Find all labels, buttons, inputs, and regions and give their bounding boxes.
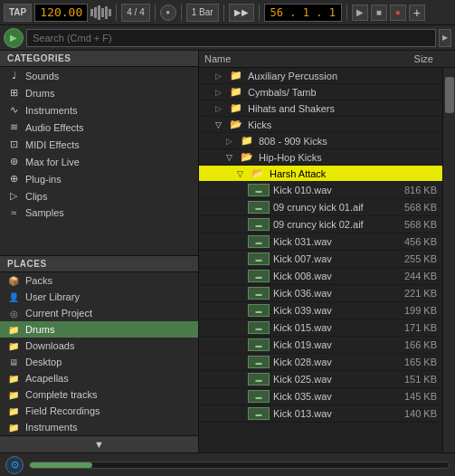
instruments-folder-icon: 📁: [7, 423, 20, 433]
file-kick-007[interactable]: ▬ Kick 007.wav 255 KB: [199, 251, 442, 268]
category-clips[interactable]: ▷ Clips: [0, 187, 198, 205]
place-downloads[interactable]: 📁 Downloads: [0, 338, 198, 354]
file-list-scrollbar[interactable]: [442, 68, 455, 452]
file-kick-007-size: 255 KB: [387, 253, 437, 264]
waveform-kick-008: ▬: [248, 270, 270, 282]
loop-length-button[interactable]: 1 Bar: [186, 4, 219, 22]
main-content: CATEGORIES ♩ Sounds ⊞ Drums ∿ Instrument…: [0, 51, 455, 452]
category-instruments[interactable]: ∿ Instruments: [0, 101, 198, 119]
file-kick-028[interactable]: ▬ Kick 028.wav 165 KB: [199, 354, 442, 371]
file-kick-039[interactable]: ▬ Kick 039.wav 199 KB: [199, 302, 442, 319]
file-kick-035[interactable]: ▬ Kick 035.wav 145 KB: [199, 388, 442, 405]
acapellas-icon: 📁: [7, 374, 20, 384]
category-midi-effects[interactable]: ⊡ MIDI Effects: [0, 136, 198, 153]
meter-bars: [90, 5, 111, 20]
categories-header: CATEGORIES: [0, 51, 198, 67]
browse-scroll-right[interactable]: ▶: [439, 29, 451, 47]
folder-hiphop-kicks[interactable]: ▽ 📂 Hip-Hop Kicks: [199, 149, 442, 166]
meter-bar-2: [94, 7, 97, 18]
places-section: PLACES 📦 Packs 👤 User Library ◎ Current …: [0, 255, 198, 452]
folder-harsh-attack[interactable]: ▽ 📂 Harsh Attack: [199, 166, 442, 182]
category-sounds[interactable]: ♩ Sounds: [0, 67, 198, 84]
meter-bar-4: [101, 8, 104, 17]
sep-3: [181, 5, 182, 21]
file-kick-036-size: 221 KB: [387, 288, 437, 299]
scroll-thumb[interactable]: [445, 77, 454, 113]
waveform-cruncy-02: ▬: [248, 218, 270, 231]
arrow-button[interactable]: ▶▶: [229, 4, 254, 22]
file-kick-008[interactable]: ▬ Kick 008.wav 244 KB: [199, 268, 442, 285]
clips-icon: ▷: [7, 190, 20, 202]
tempo-display[interactable]: 120.00: [34, 4, 88, 22]
folder-808-kicks[interactable]: ▷ 📁 808 - 909 Kicks: [199, 133, 442, 149]
field-recordings-icon: 📁: [7, 406, 20, 416]
file-kick-013-size: 140 KB: [387, 408, 437, 419]
folder-cymbals[interactable]: ▷ 📁 Cymbals/ Tamb: [199, 84, 442, 100]
place-current-project[interactable]: ◎ Current Project: [0, 305, 198, 321]
search-input[interactable]: [26, 29, 436, 47]
category-drums[interactable]: ⊞ Drums: [0, 84, 198, 101]
record-button[interactable]: ●: [390, 5, 406, 21]
places-scroll-down[interactable]: ▼: [0, 435, 198, 452]
folder-kicks[interactable]: ▽ 📂 Kicks: [199, 117, 442, 133]
category-audio-effects[interactable]: ≋ Audio Effects: [0, 119, 198, 136]
place-complete-tracks-label: Complete tracks: [25, 389, 97, 400]
file-kick-019[interactable]: ▬ Kick 019.wav 166 KB: [199, 337, 442, 354]
waveform-kick-039: ▬: [248, 304, 270, 317]
waveform-kick-036: ▬: [248, 287, 270, 300]
place-acapellas-label: Acapellas: [25, 373, 69, 384]
stop-button[interactable]: ■: [371, 5, 387, 21]
place-field-recordings-label: Field Recordings: [25, 405, 100, 416]
category-samples[interactable]: ≈ Samples: [0, 205, 198, 221]
file-kick-013[interactable]: ▬ Kick 013.wav 140 KB: [199, 405, 442, 423]
places-header: PLACES: [0, 256, 198, 272]
place-desktop-label: Desktop: [25, 357, 62, 367]
folder-icon-hiphop: 📂: [241, 151, 255, 163]
place-user-library[interactable]: 👤 User Library: [0, 289, 198, 305]
category-max-for-live[interactable]: ⊛ Max for Live: [0, 153, 198, 170]
meter-bar-5: [105, 6, 108, 19]
play-button[interactable]: ▶: [352, 5, 368, 21]
folder-harsh-name: Harsh Attack: [270, 168, 384, 179]
session-play-button[interactable]: ▶: [4, 28, 24, 48]
place-acapellas[interactable]: 📁 Acapellas: [0, 370, 198, 386]
folder-hihats-name: Hihats and Shakers: [248, 103, 384, 114]
file-kick-025[interactable]: ▬ Kick 025.wav 151 KB: [199, 371, 442, 388]
place-packs-label: Packs: [25, 275, 52, 286]
network-icon[interactable]: ⊙: [5, 456, 24, 474]
category-max-label: Max for Live: [25, 157, 80, 167]
position-display[interactable]: 56 . 1 . 1: [264, 4, 342, 22]
file-kick-010-size: 816 KB: [387, 185, 437, 195]
file-cruncy-kick-02[interactable]: ▬ 09 cruncy kick 02.aif 568 KB: [199, 216, 442, 233]
place-complete-tracks[interactable]: 📁 Complete tracks: [0, 386, 198, 403]
place-instruments[interactable]: 📁 Instruments: [0, 419, 198, 435]
folder-hihats[interactable]: ▷ 📁 Hihats and Shakers: [199, 100, 442, 117]
place-packs[interactable]: 📦 Packs: [0, 272, 198, 289]
folder-icon-808: 📁: [241, 135, 255, 147]
main-toolbar: TAP 120.00 4 / 4 ● 1 Bar ▶▶ 56 . 1 . 1 ▶…: [0, 0, 455, 25]
expand-arrow-808: ▷: [226, 137, 237, 146]
file-kick-010[interactable]: ▬ Kick 010.wav 816 KB: [199, 182, 442, 199]
folder-auxiliary-percussion[interactable]: ▷ 📁 Auxiliary Percussion: [199, 68, 442, 84]
metronome-button[interactable]: ●: [160, 5, 176, 21]
tap-button[interactable]: TAP: [4, 4, 32, 22]
file-kick-035-name: Kick 035.wav: [273, 391, 384, 402]
time-sig-button[interactable]: 4 / 4: [121, 4, 149, 22]
file-kick-025-name: Kick 025.wav: [273, 374, 384, 385]
audio-effects-icon: ≋: [7, 121, 20, 133]
file-kick-036[interactable]: ▬ Kick 036.wav 221 KB: [199, 285, 442, 302]
file-kick-015[interactable]: ▬ Kick 015.wav 171 KB: [199, 319, 442, 337]
place-drums[interactable]: 📁 Drums: [0, 321, 198, 338]
file-list: ▷ 📁 Auxiliary Percussion ▷ 📁 Cymbals/ Ta…: [199, 68, 442, 452]
waveform-kick-013: ▬: [248, 407, 270, 420]
col-size-header: Size: [383, 53, 437, 64]
add-button[interactable]: +: [409, 5, 425, 21]
category-plugins[interactable]: ⊕ Plug-ins: [0, 170, 198, 187]
place-field-recordings[interactable]: 📁 Field Recordings: [0, 403, 198, 419]
drums-folder-icon: 📁: [7, 325, 20, 335]
file-cruncy-kick-01[interactable]: ▬ 09 cruncy kick 01.aif 568 KB: [199, 199, 442, 216]
file-kick-007-name: Kick 007.wav: [273, 253, 384, 264]
waveform-kick-007: ▬: [248, 252, 270, 265]
file-kick-031[interactable]: ▬ Kick 031.wav 456 KB: [199, 233, 442, 251]
place-desktop[interactable]: 🖥 Desktop: [0, 354, 198, 370]
